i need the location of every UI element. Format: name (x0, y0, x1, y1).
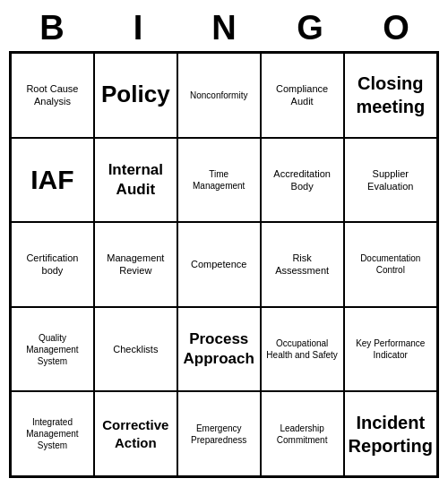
cell-9[interactable]: Supplier Evaluation (344, 138, 437, 223)
cell-14[interactable]: Documentation Control (344, 222, 437, 307)
cell-20[interactable]: Integrated Management System (11, 391, 94, 476)
cell-4[interactable]: Closing meeting (344, 53, 437, 138)
cell-23[interactable]: Leadership Commitment (261, 391, 344, 476)
cell-10[interactable]: Certification body (11, 222, 94, 307)
cell-13[interactable]: Risk Assessment (261, 222, 344, 307)
cell-6[interactable]: Internal Audit (94, 138, 177, 223)
cell-19[interactable]: Key Performance Indicator (344, 307, 437, 392)
letter-b: B (9, 9, 95, 47)
cell-15[interactable]: Quality Management System (11, 307, 94, 392)
cell-16[interactable]: Checklists (94, 307, 177, 392)
cell-12[interactable]: Competence (177, 222, 261, 307)
cell-7[interactable]: Time Management (177, 138, 261, 223)
cell-3[interactable]: Compliance Audit (261, 53, 344, 138)
cell-17[interactable]: Process Approach (177, 307, 261, 392)
letter-o: O (353, 9, 439, 47)
cell-11[interactable]: Management Review (94, 222, 177, 307)
cell-0[interactable]: Root Cause Analysis (11, 53, 94, 138)
letter-i: I (95, 9, 181, 47)
bingo-grid: Root Cause Analysis Policy Nonconformity… (9, 51, 439, 478)
cell-5[interactable]: IAF (11, 138, 94, 223)
cell-24[interactable]: Incident Reporting (344, 391, 437, 476)
bingo-title: B I N G O (9, 9, 439, 47)
letter-g: G (267, 9, 353, 47)
cell-18[interactable]: Occupational Health and Safety (261, 307, 344, 392)
cell-1[interactable]: Policy (94, 53, 177, 138)
letter-n: N (181, 9, 267, 47)
cell-8[interactable]: Accreditation Body (261, 138, 344, 223)
cell-22[interactable]: Emergency Preparedness (177, 391, 261, 476)
cell-2[interactable]: Nonconformity (177, 53, 261, 138)
cell-21[interactable]: Corrective Action (94, 391, 177, 476)
